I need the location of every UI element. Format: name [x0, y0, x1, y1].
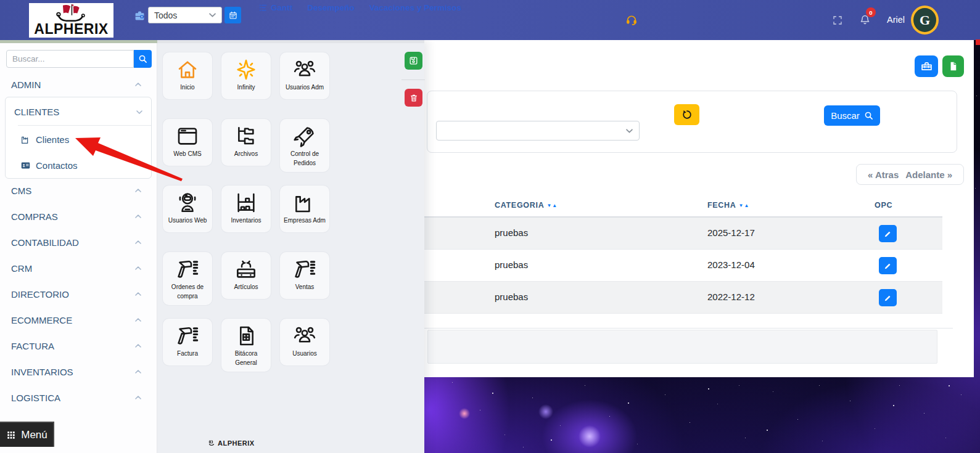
- pagination-prev-button[interactable]: « Atras: [868, 169, 899, 180]
- pagination: « Atras Adelante »: [856, 164, 964, 185]
- file-icon: [947, 60, 959, 72]
- company-building-icon: [20, 134, 31, 145]
- chevron-up-icon: [135, 344, 142, 348]
- sidebar-item-admin[interactable]: ADMIN: [0, 76, 157, 93]
- cell-categoria: pruebas: [495, 227, 528, 238]
- delete-button[interactable]: [405, 89, 422, 107]
- users-icon: [292, 324, 318, 348]
- headset-icon[interactable]: [625, 14, 638, 27]
- app-tile-infinity[interactable]: Infinity: [221, 52, 271, 99]
- app-tile-inventarios[interactable]: Inventarios: [221, 186, 271, 232]
- search-submit-label: Buscar: [831, 110, 860, 121]
- app-tile-empresas-adm[interactable]: Empresas Adm: [280, 186, 329, 232]
- chevron-up-icon: [135, 189, 142, 193]
- avatar[interactable]: G: [911, 6, 939, 35]
- nav-link-desempeno[interactable]: Desempeño: [307, 3, 355, 12]
- sidebar-subitem-clientes[interactable]: Clientes: [20, 134, 69, 145]
- fullscreen-icon[interactable]: [832, 15, 843, 26]
- divider: [18, 125, 151, 126]
- column-header-fecha[interactable]: FECHA▼▲: [707, 201, 749, 210]
- sidebar-top-strip: [0, 40, 157, 43]
- sidebar-item-ecommerce[interactable]: ECOMMERCE: [0, 311, 157, 329]
- sidebar-item-directorio[interactable]: DIRECTORIO: [0, 285, 157, 303]
- sidebar-item-crm[interactable]: CRM: [0, 259, 157, 277]
- sidebar: ADMIN CLIENTES Clientes Contactos CMS CO…: [0, 40, 157, 453]
- sidebar-item-logistica[interactable]: LOGISTICA: [0, 389, 157, 406]
- app-tile-web-cms[interactable]: Web CMS: [163, 119, 212, 166]
- sparkle-icon: [233, 57, 259, 82]
- cell-fecha: 2023-12-04: [707, 259, 755, 270]
- chevron-up-icon: [135, 83, 142, 87]
- divider: [424, 328, 953, 329]
- sidebar-subitem-contactos[interactable]: Contactos: [20, 160, 78, 171]
- new-document-button[interactable]: [942, 55, 964, 77]
- app-tile-articulos[interactable]: Artículos: [221, 252, 271, 299]
- app-tile-archivos[interactable]: Archivos: [221, 119, 271, 166]
- sort-icons[interactable]: ▼▲: [739, 203, 750, 208]
- pencil-icon: [883, 229, 892, 239]
- app-tile-usuarios-adm[interactable]: Usuarios Adm: [280, 52, 329, 99]
- brand-text: ALPHERIX: [34, 22, 108, 36]
- calendar-icon: [228, 10, 238, 20]
- barcode-scanner-icon: [175, 324, 200, 348]
- chevron-up-icon: [135, 318, 142, 322]
- reset-filter-button[interactable]: [674, 104, 699, 125]
- panel-top-strip: [157, 40, 424, 43]
- sidebar-item-contabilidad[interactable]: CONTABILIDAD: [0, 234, 157, 251]
- scrollbar-marker[interactable]: [976, 39, 980, 45]
- sidebar-group-clientes: CLIENTES Clientes Contactos: [5, 97, 152, 179]
- sidebar-item-inventarios[interactable]: INVENTARIOS: [0, 363, 157, 380]
- chevron-up-icon: [135, 292, 142, 296]
- column-header-categoria[interactable]: CATEGORIA▼▲: [495, 201, 558, 210]
- column-header-opc[interactable]: OPC: [875, 201, 892, 210]
- app-tile-factura[interactable]: Factura: [163, 319, 212, 365]
- search-submit-button[interactable]: Buscar: [824, 105, 880, 126]
- notification-badge: 0: [866, 7, 876, 17]
- save-layout-button[interactable]: [405, 52, 422, 70]
- sidebar-search-input[interactable]: [6, 50, 134, 68]
- sidebar-search-button[interactable]: [134, 50, 152, 68]
- search-icon: [138, 54, 147, 63]
- alpherix-mini-logo-icon: [208, 439, 215, 447]
- edit-row-button[interactable]: [879, 289, 897, 306]
- chevron-down-icon: [136, 110, 142, 114]
- sidebar-item-cms[interactable]: CMS: [0, 182, 157, 199]
- sort-icons[interactable]: ▼▲: [546, 203, 558, 208]
- edit-row-button[interactable]: [879, 257, 897, 274]
- chevron-up-icon: [135, 370, 142, 374]
- sidebar-item-factura[interactable]: FACTURA: [0, 337, 157, 354]
- username-label[interactable]: Ariel: [887, 15, 905, 25]
- table-footer-bar: [427, 330, 937, 364]
- app-tile-usuarios-web[interactable]: Usuarios Web: [163, 186, 212, 232]
- journal-icon: [233, 324, 259, 348]
- company-select[interactable]: Todos: [148, 7, 222, 23]
- alpherix-logo[interactable]: ALPHERIX: [29, 3, 113, 38]
- sidebar-item-clientes-group[interactable]: CLIENTES: [6, 102, 152, 121]
- toolbox-button[interactable]: [915, 55, 938, 77]
- table-header-row: CATEGORIA▼▲ FECHA▼▲ OPC: [424, 196, 942, 218]
- table-row: pruebas 2023-12-04: [424, 250, 942, 282]
- app-tile-bitacora-general[interactable]: Bitácora General: [221, 319, 271, 372]
- divider: [401, 80, 425, 80]
- main-content: Buscar « Atras Adelante » CATEGORIA▼▲ FE…: [424, 40, 974, 377]
- pagination-next-button[interactable]: Adelante »: [905, 169, 952, 180]
- save-icon: [408, 55, 419, 66]
- briefcase-icon[interactable]: [133, 10, 146, 22]
- barcode-scanner-icon: [175, 257, 200, 282]
- toolbox-icon: [920, 60, 933, 73]
- viking-ship-icon: [52, 4, 91, 22]
- app-tile-ventas[interactable]: Ventas: [280, 252, 329, 299]
- calendar-button[interactable]: [224, 7, 241, 23]
- nav-link-vacaciones[interactable]: Vacaciones y Permisos: [369, 3, 461, 12]
- app-tile-control-de-pedidos[interactable]: Control de Pedidos: [280, 119, 329, 172]
- app-tile-usuarios[interactable]: Usuarios: [280, 319, 329, 365]
- table-row: pruebas 2025-12-17: [424, 218, 942, 250]
- sidebar-item-compras[interactable]: COMPRAS: [0, 208, 157, 225]
- category-filter-select[interactable]: [436, 121, 640, 141]
- app-tile-inicio[interactable]: Inicio: [163, 52, 212, 99]
- nav-link-gantt[interactable]: Gantt: [258, 3, 292, 12]
- menu-toggle-button[interactable]: Menú: [0, 422, 54, 447]
- edit-row-button[interactable]: [879, 225, 897, 242]
- app-tile-ordenes-de-compra[interactable]: Ordenes de compra: [163, 252, 212, 305]
- top-navbar: ALPHERIX Todos Gantt Desempeño Vacacione…: [0, 0, 980, 40]
